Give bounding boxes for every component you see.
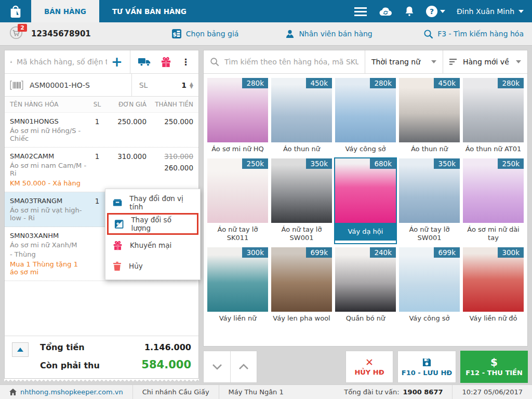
pay-button[interactable]: $ F12 - THU TIỀN <box>460 351 528 383</box>
product-card-selected[interactable]: 680kVáy dạ hội <box>335 158 396 243</box>
product-name: Váy công sở <box>399 312 460 324</box>
user-menu[interactable]: Đinh Xuân Minh <box>457 7 524 16</box>
due-label: Còn phải thu <box>40 361 100 370</box>
price-badge: 450k <box>306 78 332 88</box>
find-product-button[interactable]: F3 - Tìm kiếm hàng hóa <box>423 29 524 39</box>
hotline-label: Tổng đài tư vấn: <box>344 388 399 396</box>
menu-item-delete[interactable]: Hủy <box>105 256 200 276</box>
row-context-menu: Thay đổi đơn vị tính Thay đổi số lượng K… <box>105 189 201 280</box>
tab-ban-hang[interactable]: BÁN HÀNG <box>31 0 99 22</box>
product-card[interactable]: 300kVáy liền nữ <box>207 247 268 324</box>
sort-dropdown[interactable]: Hàng mới về <box>443 50 527 73</box>
product-image: 699k <box>399 247 460 312</box>
customer-row: + ⋮ <box>5 50 198 74</box>
barcode-icon <box>10 80 23 90</box>
product-card[interactable]: 300kVáy liền nữ đỏ <box>463 247 524 324</box>
product-card[interactable]: 240kQuần bó nữ <box>335 247 396 324</box>
product-card[interactable]: 699kVáy công sở <box>399 247 460 324</box>
product-image: 680k <box>335 158 396 223</box>
total-label: Tổng tiền <box>40 342 85 352</box>
barcode-input[interactable]: ASM00001-HO-S <box>30 81 128 89</box>
product-name: Áo thun nữ AT01 <box>463 142 524 154</box>
app-logo <box>0 0 31 22</box>
more-options-icon[interactable]: ⋮ <box>176 57 193 67</box>
menu-item-label: Hủy <box>129 262 143 270</box>
product-card[interactable]: 280kVáy công sở <box>335 78 396 154</box>
customer-phone: 12345678901 <box>31 29 91 38</box>
chevron-up-icon <box>238 364 249 370</box>
trash-icon <box>113 261 122 271</box>
product-card[interactable]: 280kÁo thun nữ AT01 <box>463 78 524 154</box>
product-card[interactable]: 699kVáy len pha wool <box>271 247 332 324</box>
cart-count-badge: 2 <box>18 24 27 32</box>
chevron-down-icon <box>516 60 521 63</box>
save-invoice-button[interactable]: F10 - LƯU HĐ <box>397 351 456 383</box>
customer-icon <box>10 57 12 66</box>
cancel-invoice-button[interactable]: ✕ HỦY HĐ <box>345 351 393 383</box>
main-area: + ⋮ <box>0 46 532 384</box>
item-total-old: 310.000 <box>147 152 193 161</box>
category-dropdown[interactable]: Thời trang nữ <box>365 50 443 73</box>
quantity-stepper[interactable]: ▲▼ <box>190 82 193 88</box>
site-link[interactable]: nhthong.mshopkeeper.com.vn <box>20 388 123 396</box>
scroll-up-button[interactable] <box>230 351 257 382</box>
expand-totals-button[interactable] <box>12 342 29 357</box>
total-value: 1.146.000 <box>144 342 191 352</box>
menu-item-change-quantity[interactable]: Thay đổi số lượng <box>107 213 198 235</box>
gift-button[interactable] <box>156 57 176 68</box>
customer-search-input[interactable] <box>17 58 107 66</box>
product-search-input[interactable] <box>224 58 358 66</box>
product-card[interactable]: 450kÁo thun nữ <box>399 78 460 154</box>
site-link-item: nhthong.mshopkeeper.com.vn <box>0 385 132 399</box>
menu-item-promotion[interactable]: Khuyến mại <box>105 235 200 256</box>
product-image: 240k <box>335 247 396 312</box>
cart-row[interactable]: SMA02CAMM Áo sơ mi nam Cam/M - Ri KM 50.… <box>5 148 198 192</box>
cart-button[interactable]: 2 <box>8 26 26 42</box>
action-bar: ✕ HỦY HĐ F10 - LƯU HĐ $ F12 - THU TIỀN <box>203 351 528 383</box>
product-card[interactable]: 250kÁo sơ mi nữ dài tay <box>463 158 524 243</box>
item-sku: SMN03XANHM <box>10 232 59 240</box>
sort-icon <box>449 59 458 65</box>
delivery-button[interactable] <box>133 57 156 67</box>
product-grid: 280kÁo sơ mi nữ HQ 450kÁo thun nữ 280kVá… <box>204 74 527 346</box>
sales-staff-label: Nhân viên bán hàng <box>299 30 372 38</box>
tab-tu-van-ban-hang[interactable]: TƯ VẤN BÁN HÀNG <box>99 0 200 22</box>
product-card[interactable]: 250kÁo nữ tay lỡ SK011 <box>207 158 268 243</box>
menu-item-change-unit[interactable]: Thay đổi đơn vị tính <box>105 192 200 213</box>
price-badge: 280k <box>370 78 396 88</box>
menu-icon[interactable] <box>354 7 367 16</box>
user-name: Đinh Xuân Minh <box>457 7 514 16</box>
product-card[interactable]: 350kÁo nữ tay lỡ SW001 <box>271 158 332 243</box>
cart-row[interactable]: SMN01HONGS Áo sơ mi nữ Hồng/S - Chiếc 1 … <box>5 113 198 148</box>
product-card[interactable]: 280kÁo sơ mi nữ HQ <box>207 78 268 154</box>
sales-staff-button[interactable]: Nhân viên bán hàng <box>285 29 372 38</box>
save-invoice-label: F10 - LƯU HĐ <box>402 369 452 377</box>
shopping-bag-icon <box>7 3 24 20</box>
price-badge: 280k <box>242 78 268 88</box>
sub-bar: 2 12345678901 $ Chọn bảng giá Nhân viên … <box>0 22 532 46</box>
item-sku: SMN01HONGS <box>10 117 59 125</box>
item-total: 260.000 <box>147 164 193 172</box>
product-name: Áo nữ tay lỡ SK011 <box>207 223 268 243</box>
price-list-button[interactable]: $ Chọn bảng giá <box>171 29 239 39</box>
item-desc: Áo sơ mi nữ Hồng/S - Chiếc <box>10 127 87 142</box>
product-image: 280k <box>207 78 268 142</box>
product-name: Áo nữ tay lỡ SW001 <box>399 223 460 243</box>
scroll-down-button[interactable] <box>204 351 230 382</box>
chevron-down-icon <box>212 364 222 370</box>
sync-cloud-icon[interactable] <box>378 6 393 17</box>
search-icon <box>423 29 433 39</box>
product-name: Áo nữ tay lỡ SW001 <box>271 223 332 243</box>
barcode-row: ASM00001-HO-S SL 1 ▲▼ <box>5 74 198 97</box>
add-customer-button[interactable]: + <box>107 55 127 69</box>
product-name: Váy liền nữ <box>207 312 268 324</box>
notifications-bell-icon[interactable] <box>404 6 415 17</box>
help-dropdown[interactable]: ? <box>426 6 445 17</box>
datetime: 10:27 05/06/2017 <box>453 385 532 399</box>
price-badge: 350k <box>434 158 460 169</box>
menu-item-label: Thay đổi đơn vị tính <box>129 194 193 211</box>
product-card[interactable]: 350kÁo nữ tay lỡ SW001 <box>399 158 460 243</box>
item-qty: 1 <box>89 117 105 142</box>
price-badge: 300k <box>242 247 268 258</box>
product-card[interactable]: 450kÁo thun nữ <box>271 78 332 154</box>
